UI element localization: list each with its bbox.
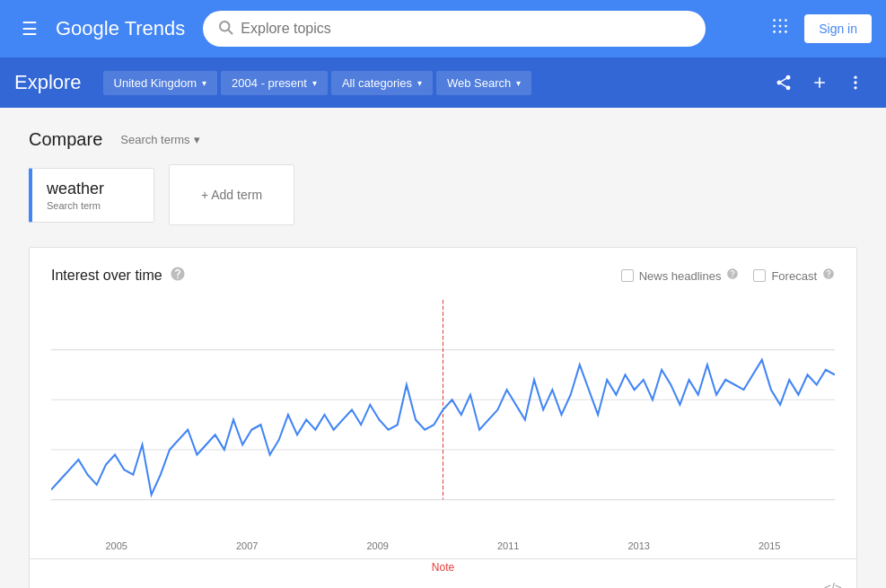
x-label-2009: 2009 bbox=[367, 540, 389, 551]
compare-items: weather Search term + Add term bbox=[29, 164, 857, 225]
chart-header: Interest over time News headlines bbox=[30, 248, 856, 285]
svg-point-13 bbox=[854, 86, 856, 89]
search-input[interactable] bbox=[241, 21, 691, 37]
svg-point-7 bbox=[785, 25, 787, 28]
news-headlines-control: News headlines bbox=[621, 268, 740, 284]
x-axis-labels: 2005 2007 2009 2011 2013 2015 bbox=[30, 537, 856, 558]
note-area: Note bbox=[30, 558, 856, 577]
category-chevron: ▾ bbox=[417, 78, 422, 88]
forecast-checkbox[interactable] bbox=[753, 269, 766, 282]
svg-point-12 bbox=[854, 81, 856, 83]
logo: Google Trends bbox=[56, 17, 185, 40]
forecast-control: Forecast bbox=[753, 268, 835, 284]
forecast-help-icon[interactable] bbox=[822, 268, 835, 284]
region-label: United Kingdom bbox=[114, 76, 197, 90]
news-headlines-checkbox[interactable] bbox=[621, 269, 634, 282]
share-button[interactable] bbox=[768, 66, 800, 99]
chart-section: Interest over time News headlines bbox=[29, 247, 857, 588]
chart-title: Interest over time bbox=[51, 268, 162, 284]
top-nav: ☰ Google Trends Sign in bbox=[0, 0, 886, 57]
search-terms-label: Search terms bbox=[120, 133, 189, 146]
x-label-2005: 2005 bbox=[106, 540, 127, 551]
search-terms-button[interactable]: Search terms ▾ bbox=[113, 129, 206, 150]
svg-point-6 bbox=[779, 25, 782, 28]
main-content: Compare Search terms ▾ weather Search te… bbox=[0, 108, 886, 588]
add-term-button[interactable]: + Add term bbox=[169, 164, 294, 225]
embed-icon[interactable]: </> bbox=[824, 581, 842, 588]
explore-title: Explore bbox=[14, 71, 82, 94]
search-type-label: Web Search bbox=[447, 76, 511, 90]
news-headlines-label: News headlines bbox=[639, 269, 722, 283]
category-filter[interactable]: All categories ▾ bbox=[331, 71, 433, 95]
svg-point-5 bbox=[773, 25, 776, 28]
x-label-2013: 2013 bbox=[628, 540, 650, 551]
chart-controls: News headlines Forecast bbox=[621, 268, 835, 284]
svg-point-11 bbox=[854, 76, 856, 79]
compare-title: Compare bbox=[29, 129, 102, 150]
svg-point-8 bbox=[773, 31, 776, 33]
x-label-2007: 2007 bbox=[236, 540, 258, 551]
svg-point-9 bbox=[779, 31, 782, 33]
hamburger-icon[interactable]: ☰ bbox=[14, 11, 45, 47]
news-headlines-help-icon[interactable] bbox=[726, 268, 739, 284]
grid-icon[interactable] bbox=[770, 16, 790, 41]
region-chevron: ▾ bbox=[202, 78, 206, 88]
sign-in-button[interactable]: Sign in bbox=[804, 14, 872, 43]
region-filter[interactable]: United Kingdom ▾ bbox=[103, 71, 218, 95]
term-name: weather bbox=[47, 180, 139, 198]
compare-section: Compare Search terms ▾ weather Search te… bbox=[29, 129, 857, 225]
svg-point-4 bbox=[785, 19, 787, 22]
search-type-chevron: ▾ bbox=[516, 78, 521, 88]
time-label: 2004 - present bbox=[232, 76, 307, 90]
more-button[interactable] bbox=[839, 66, 872, 99]
x-label-2011: 2011 bbox=[497, 540, 519, 551]
time-filter[interactable]: 2004 - present ▾ bbox=[221, 71, 328, 95]
nav-right: Sign in bbox=[770, 14, 872, 43]
search-terms-chevron: ▾ bbox=[194, 133, 200, 146]
sub-nav-actions bbox=[768, 66, 872, 99]
chart-title-area: Interest over time bbox=[51, 266, 186, 285]
term-card-weather[interactable]: weather Search term bbox=[29, 168, 154, 223]
sub-nav-filters: United Kingdom ▾ 2004 - present ▾ All ca… bbox=[103, 71, 768, 95]
chart-help-icon[interactable] bbox=[170, 266, 186, 285]
add-button[interactable] bbox=[803, 66, 836, 99]
note-label: Note bbox=[432, 561, 454, 574]
svg-line-1 bbox=[229, 30, 232, 33]
embed-icon-area: </> bbox=[30, 577, 856, 588]
svg-point-10 bbox=[785, 31, 787, 33]
forecast-label: Forecast bbox=[771, 269, 817, 283]
line-chart-svg bbox=[51, 300, 835, 530]
search-icon bbox=[217, 19, 233, 39]
x-label-2015: 2015 bbox=[759, 540, 780, 551]
search-type-filter[interactable]: Web Search ▾ bbox=[436, 71, 531, 95]
chart-container bbox=[30, 285, 856, 537]
category-label: All categories bbox=[342, 76, 412, 90]
search-bar bbox=[203, 11, 706, 47]
svg-point-2 bbox=[773, 19, 776, 22]
time-chevron: ▾ bbox=[312, 78, 317, 88]
compare-header: Compare Search terms ▾ bbox=[29, 129, 857, 150]
svg-point-3 bbox=[779, 19, 782, 22]
sub-nav: Explore United Kingdom ▾ 2004 - present … bbox=[0, 57, 886, 108]
term-type: Search term bbox=[47, 200, 139, 211]
